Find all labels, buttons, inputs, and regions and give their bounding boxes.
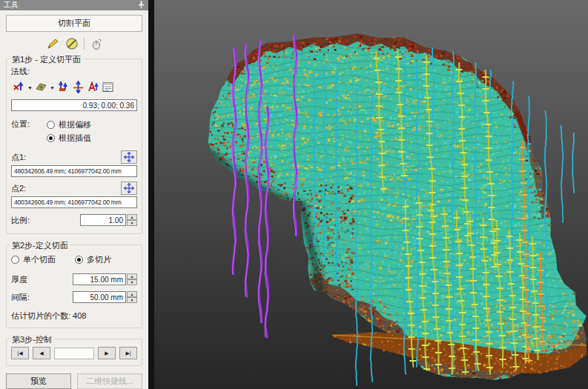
mouse-icon[interactable] xyxy=(89,36,104,51)
group-step3-label: 第3步-控制 xyxy=(10,334,54,345)
scale-spinbox: 1.00 ▲▼ xyxy=(80,214,137,226)
thickness-up-button[interactable]: ▲ xyxy=(127,273,137,279)
thickness-value-field[interactable]: 15.00 mm xyxy=(73,273,126,285)
slice-estimate-text: 估计切片的个数: 408 xyxy=(11,310,137,322)
radio-multi-slice[interactable]: 多切片 xyxy=(75,254,111,265)
normal-axis-caret-icon[interactable]: ▼ xyxy=(27,85,33,90)
panel-divider[interactable] xyxy=(148,0,154,389)
scale-down-button[interactable]: ▼ xyxy=(127,220,137,226)
spacing-spinbox: 50.00 mm ▲▼ xyxy=(73,291,137,303)
point-cloud-canvas[interactable] xyxy=(154,0,588,389)
normal-plane-caret-icon[interactable]: ▼ xyxy=(50,85,55,90)
radio-single-section-circle[interactable] xyxy=(11,256,19,264)
thickness-down-button[interactable]: ▼ xyxy=(127,279,137,285)
point1-value-field[interactable]: 480342606.49 mm; 4106977042.00 mm xyxy=(11,165,137,177)
normal-axis-icon[interactable] xyxy=(13,81,25,95)
scale-value-field[interactable]: 1.00 xyxy=(80,214,126,226)
radio-single-section-label: 单个切面 xyxy=(23,254,56,265)
group-step2-label: 第2步-定义切面 xyxy=(10,240,70,251)
normal-tools-row: ▼ ▼ xyxy=(13,81,137,95)
normal-value-field[interactable]: 0.93; 0.00; 0.36 xyxy=(11,99,137,111)
normal-dialog-icon[interactable] xyxy=(102,81,114,95)
point2-label: 点2: xyxy=(11,183,26,194)
scale-up-button[interactable]: ▲ xyxy=(127,214,137,220)
group-step2: 第2步-定义切面 单个切面 多切片 厚度 15.00 mm ▲▼ xyxy=(6,245,142,328)
pin-icon[interactable] xyxy=(138,1,145,10)
spacing-down-button[interactable]: ▼ xyxy=(127,297,137,303)
thickness-spinbox: 15.00 mm ▲▼ xyxy=(73,273,137,285)
scale-label: 比例: xyxy=(11,215,30,226)
point2-value-field[interactable]: 400342606.49 mm; 4106977042.00 mm xyxy=(11,196,137,208)
radio-multi-slice-circle[interactable] xyxy=(75,256,83,264)
group-step1: 第1步 - 定义切平面 法线: ▼ ▼ 0.93; 0.00; 0.36 位置: xyxy=(6,59,142,234)
toolbar-separator xyxy=(84,38,85,50)
thickness-label: 厚度 xyxy=(11,274,27,285)
nav-next-button[interactable]: ▶ xyxy=(98,347,116,359)
group-step3: 第3步-控制 |◀ ◀ ▶ ▶| xyxy=(6,339,142,366)
point1-pick-button[interactable] xyxy=(121,150,137,164)
tool-header: 切割平面 xyxy=(6,15,142,32)
forbid-icon[interactable] xyxy=(65,36,79,51)
point1-label: 点1: xyxy=(11,152,26,163)
normal-align-icon[interactable] xyxy=(87,81,99,95)
radio-by-offset[interactable]: 根据偏移 xyxy=(47,119,91,130)
normal-plane-icon[interactable] xyxy=(35,81,47,95)
position-label: 位置: xyxy=(11,117,47,146)
slice-nav-row: |◀ ◀ ▶ ▶| xyxy=(11,347,137,359)
preview-button[interactable]: 预览 xyxy=(6,373,71,389)
panel-title: 工具 xyxy=(4,0,19,10)
application-window: 工具 切割平面 第1步 - 定义切平面 xyxy=(0,0,588,389)
spacing-value-field[interactable]: 50.00 mm xyxy=(73,291,126,303)
point2-pick-button[interactable] xyxy=(121,182,137,195)
spacing-label: 间隔: xyxy=(11,292,30,303)
radio-by-interp-label: 根据插值 xyxy=(59,133,91,144)
nav-prev-button[interactable]: ◀ xyxy=(33,347,50,359)
nav-last-button[interactable]: ▶| xyxy=(119,347,137,359)
shortcut2d-button[interactable]: 二维快捷线... xyxy=(77,373,142,389)
group-step1-label: 第1步 - 定义切平面 xyxy=(10,54,83,65)
radio-by-interp[interactable]: 根据插值 xyxy=(47,133,91,144)
edit-pencil-icon[interactable] xyxy=(45,36,60,51)
tools-panel: 工具 切割平面 第1步 - 定义切平面 xyxy=(0,0,148,389)
nav-first-button[interactable]: |◀ xyxy=(11,347,29,359)
radio-single-section[interactable]: 单个切面 xyxy=(11,254,56,265)
viewport-3d[interactable] xyxy=(154,0,588,389)
radio-by-offset-circle[interactable] xyxy=(47,121,55,129)
radio-multi-slice-label: 多切片 xyxy=(87,254,111,265)
tool-mode-toolbar xyxy=(6,36,142,52)
radio-by-interp-circle[interactable] xyxy=(47,134,55,142)
nav-position-field[interactable] xyxy=(54,348,94,359)
radio-by-offset-label: 根据偏移 xyxy=(59,119,91,130)
panel-titlebar[interactable]: 工具 xyxy=(0,0,148,10)
spacing-up-button[interactable]: ▲ xyxy=(127,291,137,297)
normal-two-points-icon[interactable] xyxy=(57,81,70,95)
normal-label: 法线: xyxy=(11,66,137,77)
panel-body: 切割平面 第1步 - 定义切平面 法线: ▼ xyxy=(0,10,148,389)
normal-perpendicular-icon[interactable] xyxy=(72,81,85,95)
